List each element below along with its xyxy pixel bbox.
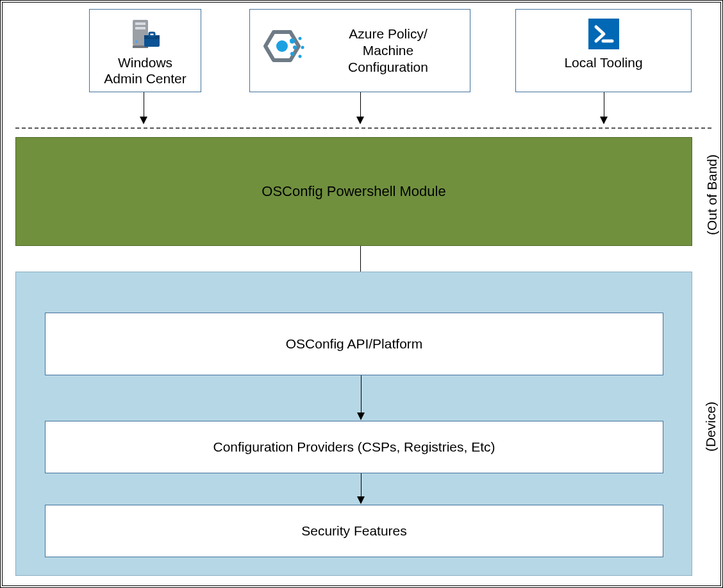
osconfig-powershell-module: OSConfig Powershell Module (15, 137, 692, 246)
azure-policy-icon (259, 26, 309, 76)
arrow-api-to-providers-head (357, 412, 365, 420)
arrow-providers-to-security-head (357, 496, 365, 504)
device-panel: OSConfig API/Platform Configuration Prov… (15, 272, 692, 576)
card-security-features: Security Features (45, 505, 663, 557)
svg-point-4 (135, 40, 138, 43)
card-wac-label: Windows Admin Center (99, 54, 191, 86)
svg-rect-2 (135, 27, 145, 29)
security-features-label: Security Features (301, 523, 407, 539)
svg-rect-7 (149, 33, 154, 37)
card-osconfig-api: OSConfig API/Platform (45, 313, 663, 375)
device-label: (Device) (703, 395, 719, 459)
card-azure-policy: Azure Policy/ Machine Configuration (249, 9, 470, 92)
card-config-providers: Configuration Providers (CSPs, Registrie… (45, 421, 663, 473)
config-providers-label: Configuration Providers (CSPs, Registrie… (213, 439, 495, 455)
arrow-wac-down (144, 92, 144, 118)
card-windows-admin-center: Windows Admin Center (89, 9, 201, 92)
osconfig-module-label: OSConfig Powershell Module (262, 183, 445, 200)
svg-point-10 (290, 38, 295, 44)
svg-rect-1 (135, 22, 145, 25)
arrow-local-head (600, 117, 608, 124)
arrow-azure-head (356, 117, 364, 124)
powershell-icon (586, 16, 622, 52)
out-of-band-label: (Out of Band) (704, 150, 720, 240)
arrow-api-to-providers (361, 375, 362, 414)
arrow-wac-head (140, 117, 147, 124)
svg-point-15 (299, 55, 302, 58)
svg-point-11 (293, 45, 297, 49)
arrow-providers-to-security (361, 473, 362, 498)
arrow-azure-down (360, 92, 361, 118)
arrow-local-down (604, 92, 604, 118)
svg-point-9 (276, 40, 288, 52)
dashed-separator (15, 127, 711, 129)
server-toolbox-icon (128, 16, 163, 52)
svg-point-14 (301, 46, 304, 49)
card-azure-label: Azure Policy/ Machine Configuration (315, 26, 461, 76)
svg-point-12 (290, 52, 294, 56)
card-local-label: Local Tooling (559, 54, 647, 70)
osconfig-api-label: OSConfig API/Platform (286, 336, 423, 352)
svg-point-13 (299, 37, 302, 40)
diagram-frame: Windows Admin Center Azure Policy/ Machi… (0, 0, 723, 588)
card-local-tooling: Local Tooling (515, 9, 692, 92)
